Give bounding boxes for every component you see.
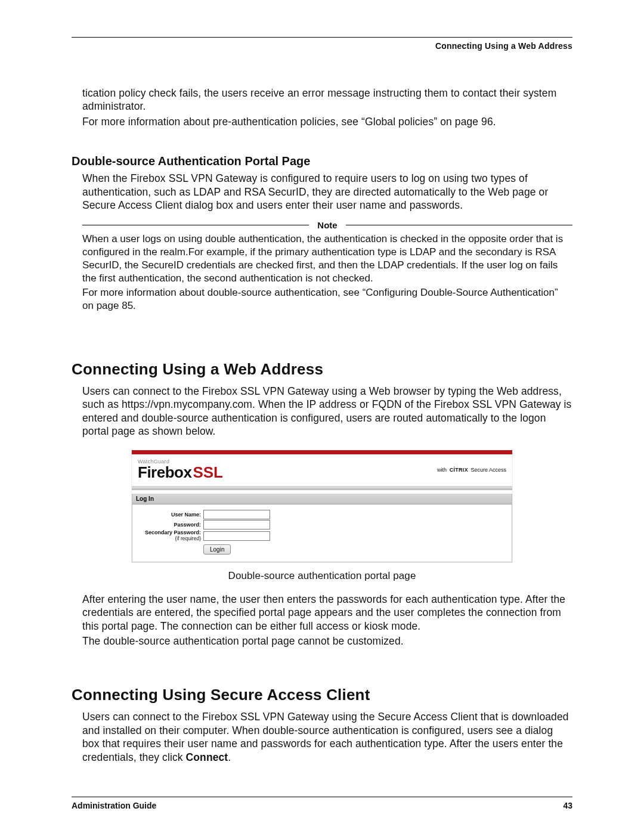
client-p1-bold: Connect	[186, 751, 228, 763]
client-p1-b: .	[228, 751, 231, 763]
note-label: Note	[309, 220, 345, 230]
login-header: Log In	[132, 494, 512, 504]
label-secondary-password-sub: (if required)	[138, 536, 201, 541]
label-secondary-password: Secondary Password: (if required)	[138, 530, 203, 541]
web-body-2: After entering the user name, the user t…	[82, 593, 572, 648]
portal-brand: WatchGuard FireboxSSL	[138, 459, 223, 480]
citrix-prefix: with	[437, 467, 447, 473]
heading-web-address: Connecting Using a Web Address	[72, 360, 572, 379]
brand-firebox: Firebox	[138, 463, 191, 481]
label-username: User Name:	[138, 512, 203, 518]
brand-ssl: SSL	[193, 463, 223, 481]
web-p1: Users can connect to the Firebox SSL VPN…	[82, 385, 572, 438]
intro-p1: tication policy check fails, the users r…	[82, 86, 572, 113]
client-p1: Users can connect to the Firebox SSL VPN…	[82, 710, 572, 764]
citrix-brand: CİTRIX	[450, 467, 468, 473]
double-source-body: When the Firebox SSL VPN Gateway is conf…	[82, 172, 572, 212]
login-button[interactable]: Login	[203, 544, 231, 555]
intro-p2: For more information about pre-authentic…	[82, 115, 572, 128]
input-username[interactable]	[203, 510, 270, 519]
input-secondary-password[interactable]	[203, 531, 270, 541]
portal-body: Log In User Name: Password: Secondary Pa…	[132, 494, 512, 562]
running-title: Connecting Using a Web Address	[72, 38, 572, 51]
portal-screenshot: WatchGuard FireboxSSL with CİTRIX Secure…	[131, 450, 513, 562]
portal-divider	[132, 486, 512, 490]
footer-right: 43	[563, 801, 572, 810]
note-p1: When a user logs on using double authent…	[82, 233, 571, 284]
double-source-p1: When the Firebox SSL VPN Gateway is conf…	[82, 172, 572, 212]
label-password: Password:	[138, 522, 203, 528]
page-footer: Administration Guide 43	[72, 797, 572, 810]
login-form: User Name: Password: Secondary Password:…	[132, 504, 512, 561]
note-box: Note When a user logs on using double au…	[82, 220, 572, 312]
intro-block: tication policy check fails, the users r…	[82, 86, 572, 128]
note-rule-left	[82, 225, 309, 225]
input-password[interactable]	[203, 520, 270, 529]
footer-left: Administration Guide	[72, 801, 156, 810]
web-p2: After entering the user name, the user t…	[82, 593, 572, 633]
note-rule-right	[346, 225, 572, 225]
heading-double-source: Double-source Authentication Portal Page	[72, 154, 572, 168]
web-body-1: Users can connect to the Firebox SSL VPN…	[82, 385, 572, 438]
portal-redbar	[132, 450, 512, 454]
client-p1-a: Users can connect to the Firebox SSL VPN…	[82, 711, 569, 763]
citrix-suffix: Secure Access	[470, 467, 506, 473]
client-body: Users can connect to the Firebox SSL VPN…	[82, 710, 572, 764]
heading-secure-client: Connecting Using Secure Access Client	[72, 686, 572, 704]
note-p2: For more information about double-source…	[82, 286, 571, 312]
portal-caption: Double-source authentication portal page	[72, 570, 572, 582]
citrix-badge: with CİTRIX Secure Access	[437, 467, 506, 473]
running-header: Connecting Using a Web Address	[72, 37, 572, 51]
portal-header: WatchGuard FireboxSSL with CİTRIX Secure…	[132, 454, 512, 486]
web-p3: The double-source authentication portal …	[82, 634, 572, 648]
label-secondary-password-text: Secondary Password:	[145, 529, 201, 535]
